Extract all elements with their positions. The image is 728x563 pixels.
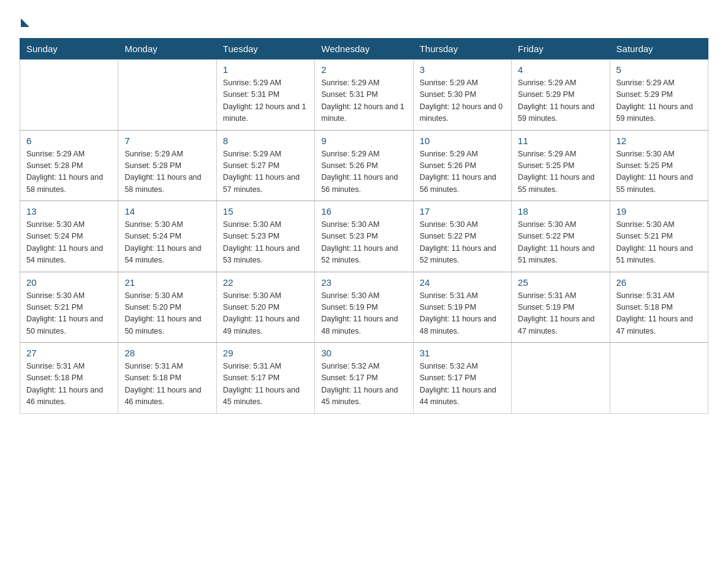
- day-number: 20: [26, 277, 112, 288]
- calendar-cell: 4Sunrise: 5:29 AMSunset: 5:29 PMDaylight…: [512, 59, 610, 131]
- calendar-cell: 31Sunrise: 5:32 AMSunset: 5:17 PMDayligh…: [413, 343, 511, 414]
- day-number: 27: [26, 348, 112, 358]
- calendar-cell: 2Sunrise: 5:29 AMSunset: 5:31 PMDaylight…: [315, 59, 413, 131]
- page-header: [20, 15, 708, 27]
- day-info: Sunrise: 5:30 AMSunset: 5:21 PMDaylight:…: [26, 290, 112, 338]
- weekday-header-saturday: Saturday: [610, 39, 708, 59]
- weekday-header-sunday: Sunday: [20, 39, 118, 59]
- day-info: Sunrise: 5:31 AMSunset: 5:18 PMDaylight:…: [124, 361, 210, 408]
- day-number: 4: [518, 64, 603, 75]
- calendar-cell: 22Sunrise: 5:30 AMSunset: 5:20 PMDayligh…: [216, 272, 314, 343]
- day-number: 21: [124, 277, 210, 288]
- day-info: Sunrise: 5:29 AMSunset: 5:25 PMDaylight:…: [518, 148, 603, 196]
- day-number: 6: [26, 136, 112, 146]
- day-info: Sunrise: 5:29 AMSunset: 5:31 PMDaylight:…: [321, 77, 406, 125]
- day-info: Sunrise: 5:29 AMSunset: 5:31 PMDaylight:…: [223, 77, 308, 125]
- day-number: 24: [420, 277, 505, 288]
- day-number: 5: [616, 64, 702, 75]
- calendar-cell: 26Sunrise: 5:31 AMSunset: 5:18 PMDayligh…: [610, 272, 708, 343]
- day-info: Sunrise: 5:30 AMSunset: 5:20 PMDaylight:…: [223, 290, 308, 338]
- calendar-cell: 6Sunrise: 5:29 AMSunset: 5:28 PMDaylight…: [20, 130, 118, 201]
- calendar-cell: 28Sunrise: 5:31 AMSunset: 5:18 PMDayligh…: [118, 343, 216, 414]
- day-info: Sunrise: 5:30 AMSunset: 5:24 PMDaylight:…: [26, 219, 112, 267]
- calendar-cell: 20Sunrise: 5:30 AMSunset: 5:21 PMDayligh…: [20, 272, 118, 343]
- day-info: Sunrise: 5:30 AMSunset: 5:23 PMDaylight:…: [321, 219, 406, 267]
- day-number: 15: [223, 206, 308, 216]
- calendar-cell: 1Sunrise: 5:29 AMSunset: 5:31 PMDaylight…: [216, 59, 314, 131]
- weekday-header-tuesday: Tuesday: [216, 39, 314, 59]
- day-number: 25: [518, 277, 603, 288]
- calendar-cell: 12Sunrise: 5:30 AMSunset: 5:25 PMDayligh…: [610, 130, 708, 201]
- day-number: 7: [124, 136, 210, 146]
- weekday-header-monday: Monday: [118, 39, 216, 59]
- calendar-cell: 17Sunrise: 5:30 AMSunset: 5:22 PMDayligh…: [413, 201, 511, 272]
- day-number: 11: [518, 136, 603, 146]
- calendar-cell: [20, 59, 118, 131]
- day-number: 1: [223, 64, 308, 75]
- calendar-week-row: 1Sunrise: 5:29 AMSunset: 5:31 PMDaylight…: [20, 59, 708, 131]
- day-number: 3: [420, 64, 505, 75]
- logo-area: [20, 15, 31, 27]
- calendar-cell: [512, 343, 610, 414]
- calendar-table: SundayMondayTuesdayWednesdayThursdayFrid…: [20, 38, 708, 414]
- day-info: Sunrise: 5:30 AMSunset: 5:21 PMDaylight:…: [616, 219, 702, 267]
- calendar-cell: 5Sunrise: 5:29 AMSunset: 5:29 PMDaylight…: [610, 59, 708, 131]
- calendar-cell: 16Sunrise: 5:30 AMSunset: 5:23 PMDayligh…: [315, 201, 413, 272]
- day-number: 18: [518, 206, 603, 216]
- day-number: 23: [321, 277, 406, 288]
- day-number: 19: [616, 206, 702, 216]
- calendar-week-row: 13Sunrise: 5:30 AMSunset: 5:24 PMDayligh…: [20, 201, 708, 272]
- weekday-header-friday: Friday: [512, 39, 610, 59]
- calendar-cell: 13Sunrise: 5:30 AMSunset: 5:24 PMDayligh…: [20, 201, 118, 272]
- day-number: 2: [321, 64, 406, 75]
- day-info: Sunrise: 5:31 AMSunset: 5:19 PMDaylight:…: [518, 290, 603, 338]
- day-info: Sunrise: 5:32 AMSunset: 5:17 PMDaylight:…: [420, 361, 505, 408]
- calendar-header-row: SundayMondayTuesdayWednesdayThursdayFrid…: [20, 39, 708, 59]
- calendar-cell: 14Sunrise: 5:30 AMSunset: 5:24 PMDayligh…: [118, 201, 216, 272]
- day-number: 26: [616, 277, 702, 288]
- day-number: 22: [223, 277, 308, 288]
- calendar-cell: 19Sunrise: 5:30 AMSunset: 5:21 PMDayligh…: [610, 201, 708, 272]
- calendar-cell: 21Sunrise: 5:30 AMSunset: 5:20 PMDayligh…: [118, 272, 216, 343]
- logo: [20, 15, 31, 27]
- calendar-cell: 10Sunrise: 5:29 AMSunset: 5:26 PMDayligh…: [413, 130, 511, 201]
- day-info: Sunrise: 5:29 AMSunset: 5:29 PMDaylight:…: [616, 77, 702, 125]
- day-info: Sunrise: 5:29 AMSunset: 5:26 PMDaylight:…: [420, 148, 505, 196]
- day-info: Sunrise: 5:30 AMSunset: 5:20 PMDaylight:…: [124, 290, 210, 338]
- calendar-cell: 11Sunrise: 5:29 AMSunset: 5:25 PMDayligh…: [512, 130, 610, 201]
- day-number: 13: [26, 206, 112, 216]
- calendar-week-row: 27Sunrise: 5:31 AMSunset: 5:18 PMDayligh…: [20, 343, 708, 414]
- day-info: Sunrise: 5:29 AMSunset: 5:30 PMDaylight:…: [420, 77, 505, 125]
- day-info: Sunrise: 5:29 AMSunset: 5:28 PMDaylight:…: [124, 148, 210, 196]
- day-number: 9: [321, 136, 406, 146]
- calendar-cell: [118, 59, 216, 131]
- weekday-header-thursday: Thursday: [413, 39, 511, 59]
- day-info: Sunrise: 5:32 AMSunset: 5:17 PMDaylight:…: [321, 361, 406, 408]
- day-number: 16: [321, 206, 406, 216]
- calendar-cell: 30Sunrise: 5:32 AMSunset: 5:17 PMDayligh…: [315, 343, 413, 414]
- calendar-cell: 25Sunrise: 5:31 AMSunset: 5:19 PMDayligh…: [512, 272, 610, 343]
- day-number: 10: [420, 136, 505, 146]
- weekday-header-wednesday: Wednesday: [315, 39, 413, 59]
- day-info: Sunrise: 5:29 AMSunset: 5:26 PMDaylight:…: [321, 148, 406, 196]
- day-number: 30: [321, 348, 406, 358]
- calendar-cell: 15Sunrise: 5:30 AMSunset: 5:23 PMDayligh…: [216, 201, 314, 272]
- day-number: 17: [420, 206, 505, 216]
- day-info: Sunrise: 5:29 AMSunset: 5:28 PMDaylight:…: [26, 148, 112, 196]
- day-number: 28: [124, 348, 210, 358]
- day-info: Sunrise: 5:30 AMSunset: 5:19 PMDaylight:…: [321, 290, 406, 338]
- day-info: Sunrise: 5:30 AMSunset: 5:22 PMDaylight:…: [420, 219, 505, 267]
- calendar-cell: 29Sunrise: 5:31 AMSunset: 5:17 PMDayligh…: [216, 343, 314, 414]
- day-number: 29: [223, 348, 308, 358]
- calendar-cell: 8Sunrise: 5:29 AMSunset: 5:27 PMDaylight…: [216, 130, 314, 201]
- calendar-cell: 3Sunrise: 5:29 AMSunset: 5:30 PMDaylight…: [413, 59, 511, 131]
- calendar-week-row: 6Sunrise: 5:29 AMSunset: 5:28 PMDaylight…: [20, 130, 708, 201]
- day-info: Sunrise: 5:31 AMSunset: 5:19 PMDaylight:…: [420, 290, 505, 338]
- day-info: Sunrise: 5:30 AMSunset: 5:23 PMDaylight:…: [223, 219, 308, 267]
- calendar-cell: 24Sunrise: 5:31 AMSunset: 5:19 PMDayligh…: [413, 272, 511, 343]
- day-number: 31: [420, 348, 505, 358]
- calendar-cell: 27Sunrise: 5:31 AMSunset: 5:18 PMDayligh…: [20, 343, 118, 414]
- calendar-cell: 7Sunrise: 5:29 AMSunset: 5:28 PMDaylight…: [118, 130, 216, 201]
- calendar-week-row: 20Sunrise: 5:30 AMSunset: 5:21 PMDayligh…: [20, 272, 708, 343]
- day-number: 14: [124, 206, 210, 216]
